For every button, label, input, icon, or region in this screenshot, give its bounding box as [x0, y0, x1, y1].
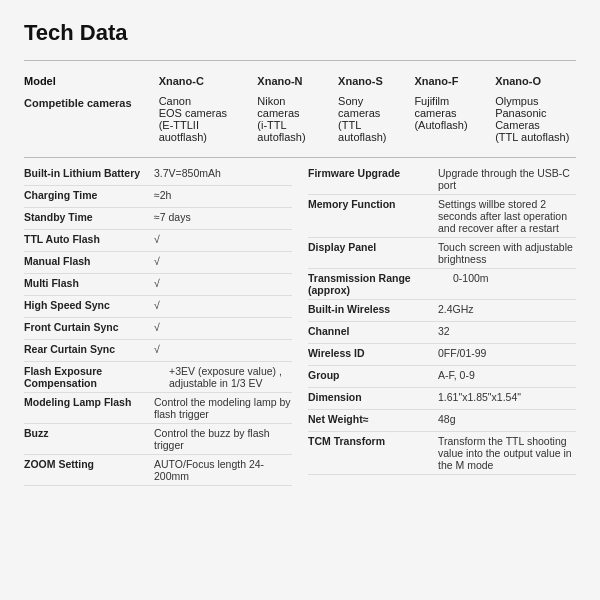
spec-value: ≈2h: [154, 189, 292, 201]
spec-label: Flash Exposure Compensation: [24, 365, 169, 389]
spec-row-left: Standby Time≈7 days: [24, 208, 292, 230]
spec-row-left: Manual Flash√: [24, 252, 292, 274]
spec-label: Group: [308, 369, 438, 381]
spec-row-left: TTL Auto Flash√: [24, 230, 292, 252]
spec-value: √: [154, 233, 292, 245]
specs-right: Firmware UpgradeUpgrade through the USB-…: [308, 164, 576, 486]
spec-row-right: Channel32: [308, 322, 576, 344]
spec-row-left: Modeling Lamp FlashControl the modeling …: [24, 393, 292, 424]
spec-label: Dimension: [308, 391, 438, 403]
spec-label: Standby Time: [24, 211, 154, 223]
spec-label: Net Weight≈: [308, 413, 438, 425]
spec-row-right: Wireless ID0FF/01-99: [308, 344, 576, 366]
spec-label: Charging Time: [24, 189, 154, 201]
spec-row-right: Dimension1.61"x1.85"x1.54": [308, 388, 576, 410]
spec-value: Upgrade through the USB-C port: [438, 167, 576, 191]
spec-label: Channel: [308, 325, 438, 337]
spec-label: Memory Function: [308, 198, 438, 210]
spec-value: √: [154, 277, 292, 289]
specs-divider: [24, 157, 576, 158]
compat-n: Nikon cameras (i-TTL autoflash): [257, 91, 338, 147]
spec-row-right: Built-in Wireless2.4GHz: [308, 300, 576, 322]
spec-label: Display Panel: [308, 241, 438, 253]
spec-value: 2.4GHz: [438, 303, 576, 315]
spec-label: High Speed Sync: [24, 299, 154, 311]
spec-row-left: ZOOM SettingAUTO/Focus length 24-200mm: [24, 455, 292, 486]
model-table: Model Xnano-C Xnano-N Xnano-S Xnano-F Xn…: [24, 71, 576, 147]
spec-value: Control the modeling lamp by flash trigg…: [154, 396, 292, 420]
spec-label: Built-in Lithium Battery: [24, 167, 154, 179]
spec-label: Buzz: [24, 427, 154, 439]
spec-row-left: Front Curtain Sync√: [24, 318, 292, 340]
spec-row-right: Firmware UpgradeUpgrade through the USB-…: [308, 164, 576, 195]
spec-value: √: [154, 255, 292, 267]
page: Tech Data Model Xnano-C Xnano-N Xnano-S …: [0, 0, 600, 600]
col-header-f: Xnano-F: [414, 71, 495, 91]
spec-value: 32: [438, 325, 576, 337]
compat-s: Sony cameras (TTL autoflash): [338, 91, 414, 147]
spec-value: √: [154, 321, 292, 333]
compat-f: Fujifilm cameras (Autoflash): [414, 91, 495, 147]
compat-o: Olympus Panasonic Cameras (TTL autoflash…: [495, 91, 576, 147]
spec-value: A-F, 0-9: [438, 369, 576, 381]
spec-value: 48g: [438, 413, 576, 425]
spec-label: Transmission Range (approx): [308, 272, 453, 296]
spec-value: Transform the TTL shooting value into th…: [438, 435, 576, 471]
spec-value: 0FF/01-99: [438, 347, 576, 359]
spec-value: 3.7V=850mAh: [154, 167, 292, 179]
spec-label: TCM Transform: [308, 435, 438, 447]
spec-value: 1.61"x1.85"x1.54": [438, 391, 576, 403]
spec-row-left: Rear Curtain Sync√: [24, 340, 292, 362]
spec-label: Rear Curtain Sync: [24, 343, 154, 355]
spec-row-right: Net Weight≈48g: [308, 410, 576, 432]
spec-label: Manual Flash: [24, 255, 154, 267]
spec-row-right: TCM TransformTransform the TTL shooting …: [308, 432, 576, 475]
col-header-n: Xnano-N: [257, 71, 338, 91]
spec-value: Touch screen with adjustable brightness: [438, 241, 576, 265]
spec-label: Modeling Lamp Flash: [24, 396, 154, 408]
col-header-o: Xnano-O: [495, 71, 576, 91]
page-title: Tech Data: [24, 20, 576, 46]
spec-value: √: [154, 299, 292, 311]
spec-value: Settings willbe stored 2 seconds after l…: [438, 198, 576, 234]
spec-label: Multi Flash: [24, 277, 154, 289]
spec-value: Control the buzz by flash trigger: [154, 427, 292, 451]
spec-row-right: Memory FunctionSettings willbe stored 2 …: [308, 195, 576, 238]
spec-row-left: Charging Time≈2h: [24, 186, 292, 208]
spec-value: 0-100m: [453, 272, 576, 284]
spec-value: +3EV (exposure value) , adjustable in 1/…: [169, 365, 292, 389]
spec-label: TTL Auto Flash: [24, 233, 154, 245]
spec-row-left: Multi Flash√: [24, 274, 292, 296]
spec-row-left: Flash Exposure Compensation+3EV (exposur…: [24, 362, 292, 393]
spec-value: √: [154, 343, 292, 355]
spec-label: Front Curtain Sync: [24, 321, 154, 333]
spec-label: Firmware Upgrade: [308, 167, 438, 179]
col-header-model: Model: [24, 71, 159, 91]
spec-label: ZOOM Setting: [24, 458, 154, 470]
col-header-c: Xnano-C: [159, 71, 258, 91]
spec-row-left: BuzzControl the buzz by flash trigger: [24, 424, 292, 455]
spec-label: Wireless ID: [308, 347, 438, 359]
spec-row-left: High Speed Sync√: [24, 296, 292, 318]
spec-row-left: Built-in Lithium Battery3.7V=850mAh: [24, 164, 292, 186]
col-header-s: Xnano-S: [338, 71, 414, 91]
spec-row-right: Transmission Range (approx)0-100m: [308, 269, 576, 300]
specs-left: Built-in Lithium Battery3.7V=850mAhCharg…: [24, 164, 292, 486]
spec-label: Built-in Wireless: [308, 303, 438, 315]
spec-value: ≈7 days: [154, 211, 292, 223]
spec-row-right: GroupA-F, 0-9: [308, 366, 576, 388]
compat-label: Competible cameras: [24, 91, 159, 147]
top-divider: [24, 60, 576, 61]
spec-value: AUTO/Focus length 24-200mm: [154, 458, 292, 482]
spec-row-right: Display PanelTouch screen with adjustabl…: [308, 238, 576, 269]
specs-grid: Built-in Lithium Battery3.7V=850mAhCharg…: [24, 164, 576, 486]
compat-c: Canon EOS cameras (E-TTLII auotflash): [159, 91, 258, 147]
